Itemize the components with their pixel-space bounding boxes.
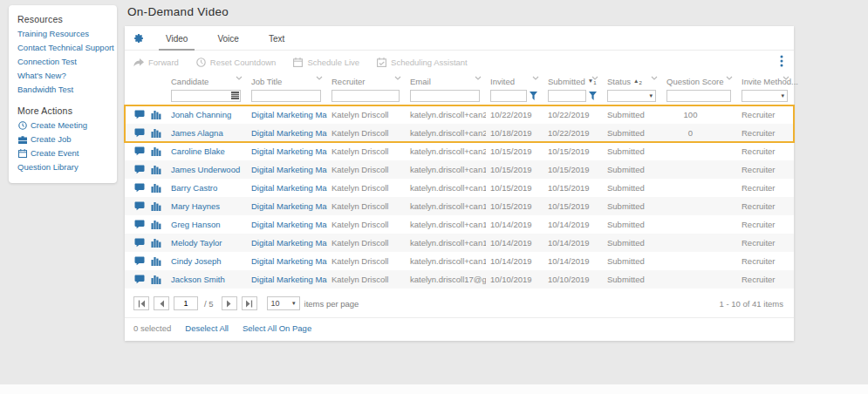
comment-bubble-icon[interactable] — [134, 128, 145, 138]
comment-bubble-icon[interactable] — [134, 146, 145, 156]
tab-text[interactable]: Text — [254, 26, 299, 51]
candidate-report-chart-icon[interactable] — [151, 183, 161, 193]
column-header-score[interactable]: Question Score — [662, 74, 737, 89]
candidate-name-link[interactable]: James Underwood — [167, 165, 247, 174]
sidebar-link[interactable]: What's New? — [17, 69, 108, 83]
toolbar-reset-countdown-button[interactable]: Reset Countdown — [196, 58, 277, 67]
table-row[interactable]: Cindy Joseph Digital Marketing Man... Ka… — [125, 252, 794, 270]
table-row[interactable]: Jonah Channing Digital Marketing Man... … — [125, 105, 794, 124]
sidebar-action-link[interactable]: Create Job — [17, 132, 108, 146]
column-header-submitted[interactable]: Submitted▼1 — [543, 74, 603, 89]
column-header-status[interactable]: Status▲2 — [603, 74, 662, 89]
first-page-button[interactable] — [133, 296, 149, 310]
filter-select-invite_method[interactable]: ▾ — [742, 90, 788, 102]
column-header-email[interactable]: Email — [406, 74, 486, 89]
candidate-name-link[interactable]: Jonah Channing — [167, 110, 247, 119]
job-title-link[interactable]: Digital Marketing Man... — [247, 220, 327, 229]
comment-bubble-icon[interactable] — [134, 183, 145, 193]
comment-bubble-icon[interactable] — [134, 110, 145, 119]
settings-gear-icon[interactable] — [133, 33, 144, 44]
candidate-report-chart-icon[interactable] — [151, 220, 161, 229]
table-row[interactable]: James Alagna Digital Marketing Man... Ka… — [125, 124, 794, 142]
column-header-job_title[interactable]: Job Title — [247, 74, 327, 89]
toolbar-schedule-live-button[interactable]: Schedule Live — [293, 58, 359, 67]
job-title-link[interactable]: Digital Marketing Man... — [247, 128, 327, 138]
deselect-all-link[interactable]: Deselect All — [185, 323, 229, 333]
candidate-name-link[interactable]: Greg Hanson — [167, 220, 247, 229]
filter-select-status[interactable]: ▾ — [607, 90, 656, 102]
candidate-name-link[interactable]: Mary Haynes — [167, 201, 247, 211]
sidebar-action-link[interactable]: Create Meeting — [17, 119, 108, 132]
job-title-link[interactable]: Digital Marketing Man... — [247, 146, 327, 156]
table-row[interactable]: Jackson Smith Digital Marketing Man... K… — [125, 270, 794, 289]
sidebar-link[interactable]: Bandwidth Test — [17, 83, 108, 97]
filter-input-invited[interactable] — [490, 90, 527, 102]
candidate-report-chart-icon[interactable] — [151, 110, 161, 119]
candidate-report-chart-icon[interactable] — [151, 146, 161, 156]
tab-video[interactable]: Video — [151, 26, 202, 51]
sidebar-link[interactable]: Training Resources — [17, 27, 108, 41]
sidebar-action-link[interactable]: Create Event — [17, 146, 108, 160]
kebab-menu-icon[interactable] — [780, 55, 783, 67]
filter-input-job_title[interactable] — [251, 90, 321, 102]
candidate-name-link[interactable]: Barry Castro — [167, 183, 247, 193]
schedule-live-icon — [293, 58, 303, 67]
candidate-report-chart-icon[interactable] — [151, 238, 161, 248]
candidate-name-link[interactable]: James Alagna — [167, 128, 247, 138]
table-row[interactable]: Barry Castro Digital Marketing Man... Ka… — [125, 179, 794, 197]
sidebar-link[interactable]: Connection Test — [17, 55, 108, 69]
table-row[interactable]: Greg Hanson Digital Marketing Man... Kat… — [125, 215, 794, 234]
page-number-input[interactable] — [174, 296, 198, 310]
filter-operator-menu-icon[interactable] — [231, 92, 239, 99]
column-header-recruiter[interactable]: Recruiter — [327, 74, 406, 89]
table-row[interactable]: James Underwood Digital Marketing Man...… — [125, 160, 794, 179]
candidate-report-chart-icon[interactable] — [151, 256, 161, 266]
filter-input-email[interactable] — [410, 90, 480, 102]
candidate-report-chart-icon[interactable] — [151, 165, 161, 174]
select-all-on-page-link[interactable]: Select All On Page — [243, 323, 311, 333]
job-title-link[interactable]: Digital Marketing Man... — [247, 238, 327, 248]
column-header-invite_method[interactable]: Invite Method... — [737, 74, 794, 89]
table-row[interactable]: Melody Taylor Digital Marketing Man... K… — [125, 234, 794, 252]
column-header-candidate[interactable]: Candidate — [167, 74, 247, 89]
comment-bubble-icon[interactable] — [134, 165, 145, 174]
candidate-report-chart-icon[interactable] — [151, 128, 161, 138]
filter-input-candidate[interactable] — [171, 90, 241, 102]
job-title-link[interactable]: Digital Marketing Man... — [247, 165, 327, 174]
candidate-name-link[interactable]: Cindy Joseph — [167, 256, 247, 266]
last-page-button[interactable] — [242, 296, 257, 310]
filter-input-recruiter[interactable] — [331, 90, 400, 102]
column-header-invited[interactable]: Invited — [486, 74, 543, 89]
page-size-select[interactable]: 10 ▾ — [267, 296, 300, 310]
sidebar-link[interactable]: Contact Technical Support — [17, 41, 108, 55]
candidate-name-link[interactable]: Melody Taylor — [167, 238, 247, 248]
filter-input-score[interactable] — [666, 90, 731, 102]
comment-bubble-icon[interactable] — [134, 275, 145, 284]
filter-funnel-icon[interactable] — [530, 92, 537, 100]
more-actions-list: Create MeetingCreate JobCreate EventQues… — [17, 119, 108, 174]
next-page-button[interactable] — [222, 296, 237, 310]
filter-funnel-icon[interactable] — [589, 92, 597, 100]
tab-voice[interactable]: Voice — [202, 26, 253, 51]
filter-input-submitted[interactable] — [548, 90, 586, 102]
table-row[interactable]: Caroline Blake Digital Marketing Man... … — [125, 142, 794, 160]
comment-bubble-icon[interactable] — [134, 220, 145, 229]
table-row[interactable]: Mary Haynes Digital Marketing Man... Kat… — [125, 197, 794, 215]
previous-page-button[interactable] — [154, 296, 169, 310]
toolbar-forward-button[interactable]: Forward — [133, 58, 179, 67]
job-title-link[interactable]: Digital Marketing Man... — [247, 110, 327, 119]
job-title-link[interactable]: Digital Marketing Man... — [247, 275, 327, 284]
candidate-report-chart-icon[interactable] — [151, 275, 161, 284]
comment-bubble-icon[interactable] — [134, 256, 145, 266]
sidebar-action-link[interactable]: Question Library — [17, 160, 108, 174]
job-title-link[interactable]: Digital Marketing Man... — [247, 201, 327, 211]
job-title-link[interactable]: Digital Marketing Man... — [247, 183, 327, 193]
job-title-link[interactable]: Digital Marketing Man... — [247, 256, 327, 266]
candidate-name-link[interactable]: Caroline Blake — [167, 146, 247, 156]
comment-bubble-icon[interactable] — [134, 238, 145, 248]
candidate-report-chart-icon[interactable] — [151, 201, 161, 211]
toolbar-scheduling-assistant-button[interactable]: Scheduling Assistant — [377, 58, 468, 67]
candidate-name-link[interactable]: Jackson Smith — [167, 275, 247, 284]
comment-bubble-icon[interactable] — [134, 201, 145, 211]
chevron-down-icon: ▾ — [649, 92, 653, 99]
